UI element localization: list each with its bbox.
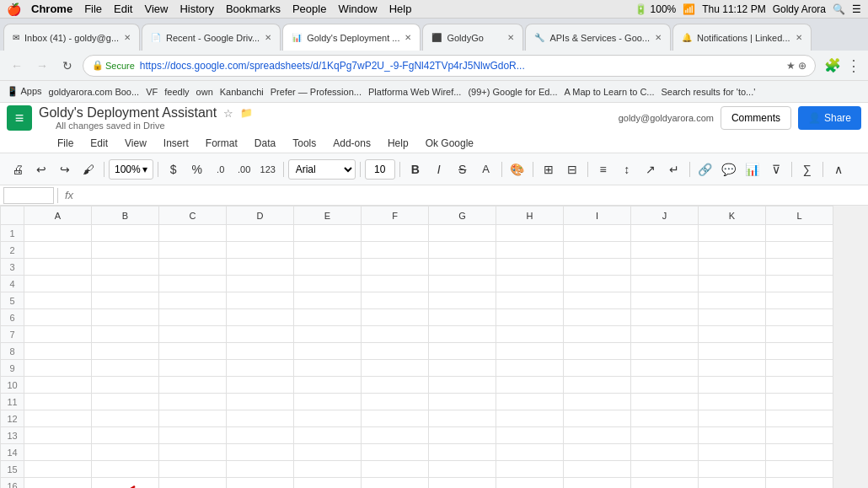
cell-k3[interactable] [699,259,766,276]
cell-h7[interactable] [496,326,564,343]
cell-l12[interactable] [766,410,833,427]
bookmark-google99[interactable]: (99+) Google for Ed... [468,87,557,97]
cell-l10[interactable] [766,377,833,394]
bookmark-prefer[interactable]: Prefer — Profession... [271,87,362,97]
menu-view[interactable]: View [118,136,153,151]
filter-button[interactable]: ⊽ [765,158,787,180]
cell-i9[interactable] [564,360,631,377]
row-header-10[interactable]: 10 [1,377,24,394]
merge-button[interactable]: ⊟ [561,158,583,180]
cell-d2[interactable] [227,242,294,259]
cell-b14[interactable] [92,444,159,461]
cell-f6[interactable] [362,309,429,326]
cell-b1[interactable] [92,225,159,242]
cell-f7[interactable] [362,326,429,343]
cell-k7[interactable] [699,326,766,343]
cell-j13[interactable] [631,427,699,444]
cell-k9[interactable] [699,360,766,377]
bookmark-map[interactable]: A Map to Learn to C... [565,87,655,97]
cell-j6[interactable] [631,309,699,326]
cell-e9[interactable] [294,360,362,377]
function-button[interactable]: ∑ [796,158,818,180]
cell-e5[interactable] [294,292,362,309]
row-header-15[interactable]: 15 [1,461,24,478]
share-button[interactable]: 👤 Share [798,106,861,130]
cell-c15[interactable] [159,461,227,478]
cell-h3[interactable] [496,259,564,276]
cell-g9[interactable] [429,360,496,377]
cell-j12[interactable] [631,410,699,427]
cell-j14[interactable] [631,444,699,461]
cell-l14[interactable] [766,444,833,461]
cell-h13[interactable] [496,427,564,444]
col-header-i[interactable]: I [564,206,631,225]
cell-c1[interactable] [159,225,227,242]
cell-j3[interactable] [631,259,699,276]
cell-j2[interactable] [631,242,699,259]
wrap-button[interactable]: ↵ [663,158,685,180]
cell-d11[interactable] [227,394,294,410]
sheets-star-icon[interactable]: ☆ [223,107,233,120]
cell-i3[interactable] [564,259,631,276]
tab-apis-close[interactable]: ✕ [655,33,662,42]
cell-a16[interactable] [24,478,92,489]
cell-e13[interactable] [294,427,362,444]
cell-c2[interactable] [159,242,227,259]
cell-a7[interactable] [24,326,92,343]
row-header-14[interactable]: 14 [1,444,24,461]
cell-e14[interactable] [294,444,362,461]
cell-a6[interactable] [24,309,92,326]
cell-j11[interactable] [631,394,699,410]
cell-b5[interactable] [92,292,159,309]
cell-d16[interactable] [227,478,294,489]
cell-i10[interactable] [564,377,631,394]
cell-h9[interactable] [496,360,564,377]
forward-button[interactable]: → [32,56,52,76]
cell-g15[interactable] [429,461,496,478]
row-header-2[interactable]: 2 [1,242,24,259]
cell-b6[interactable] [92,309,159,326]
cell-a10[interactable] [24,377,92,394]
cell-g7[interactable] [429,326,496,343]
col-header-f[interactable]: F [362,206,429,225]
cell-b3[interactable] [92,259,159,276]
cell-c13[interactable] [159,427,227,444]
cell-g13[interactable] [429,427,496,444]
bookmark-search[interactable]: Search results for 'to...' [662,87,756,97]
cell-l1[interactable] [766,225,833,242]
cell-e15[interactable] [294,461,362,478]
cell-e6[interactable] [294,309,362,326]
cell-a9[interactable] [24,360,92,377]
cell-e10[interactable] [294,377,362,394]
align-left-button[interactable]: ≡ [592,158,614,180]
cell-c5[interactable] [159,292,227,309]
cell-j15[interactable] [631,461,699,478]
cell-i12[interactable] [564,410,631,427]
cell-d6[interactable] [227,309,294,326]
align-rotate-button[interactable]: ↗ [640,158,662,180]
cell-e3[interactable] [294,259,362,276]
cell-g14[interactable] [429,444,496,461]
cell-h14[interactable] [496,444,564,461]
cell-f1[interactable] [362,225,429,242]
cell-k12[interactable] [699,410,766,427]
cell-i5[interactable] [564,292,631,309]
cell-d3[interactable] [227,259,294,276]
cell-c4[interactable] [159,276,227,292]
col-header-d[interactable]: D [227,206,294,225]
grid-wrapper[interactable]: A B C D E F G H I J K L 1234567891011121… [0,206,868,488]
cell-l2[interactable] [766,242,833,259]
cell-j4[interactable] [631,276,699,292]
cell-k4[interactable] [699,276,766,292]
undo-button[interactable]: ↩ [30,158,52,180]
cell-a1[interactable] [24,225,92,242]
row-header-8[interactable]: 8 [1,343,24,360]
cell-g6[interactable] [429,309,496,326]
cell-e11[interactable] [294,394,362,410]
strikethrough-button[interactable]: S [452,158,474,180]
cell-i8[interactable] [564,343,631,360]
cell-g8[interactable] [429,343,496,360]
row-header-3[interactable]: 3 [1,259,24,276]
cell-e7[interactable] [294,326,362,343]
cell-d8[interactable] [227,343,294,360]
